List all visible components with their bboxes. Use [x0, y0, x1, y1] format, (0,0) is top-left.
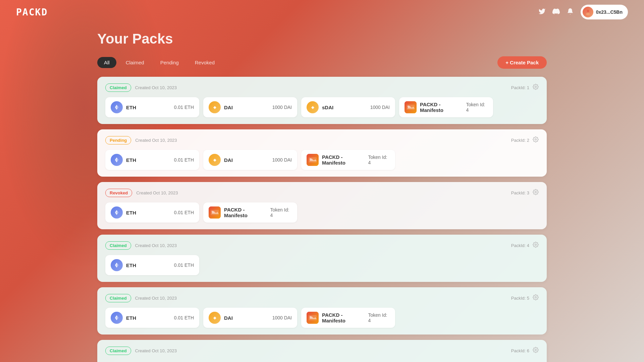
- pack-header-left: Claimed Created Oct 10, 2023: [105, 294, 177, 302]
- token-amount: 1000 DAI: [272, 105, 292, 110]
- pack-card: Claimed Created Oct 10, 2023 PackId: 5: [97, 287, 547, 335]
- token-item: ◈ sDAI 1000 DAI: [301, 97, 395, 117]
- token-name: ETH: [126, 315, 136, 321]
- token-amount: 1000 DAI: [370, 105, 390, 110]
- status-badge: Revoked: [105, 189, 132, 197]
- pack-id: PackId: 6: [511, 348, 529, 353]
- gear-icon[interactable]: [533, 347, 539, 355]
- twitter-icon[interactable]: [538, 8, 546, 17]
- pack-header-right: PackId: 1: [511, 84, 539, 92]
- svg-text:◈: ◈: [213, 316, 216, 320]
- create-pack-button[interactable]: + Create Pack: [497, 56, 547, 69]
- status-badge: Claimed: [105, 241, 131, 250]
- token-amount: 0.01 ETH: [174, 315, 194, 320]
- pack-created: Created Oct 10, 2023: [135, 348, 177, 353]
- navbar: PACKD 0x23...C5Bn: [0, 0, 644, 24]
- sdai-icon: ◈: [307, 101, 319, 113]
- pack-card: Claimed Created Oct 10, 2023 PackId: 4: [97, 235, 547, 282]
- eth-icon: [111, 154, 123, 166]
- svg-text:◈: ◈: [311, 105, 314, 109]
- pack-header: Claimed Created Oct 10, 2023 PackId: 1: [105, 83, 539, 92]
- pack-header: Claimed Created Oct 10, 2023 PackId: 5: [105, 294, 539, 302]
- pack-created: Created Oct 10, 2023: [135, 85, 177, 90]
- pack-created: Created Oct 10, 2023: [135, 243, 177, 248]
- token-item: PACKD - Manifesto Token Id: 4: [203, 202, 297, 223]
- pack-header-right: PackId: 3: [511, 189, 539, 197]
- token-item: PACKD - Manifesto Token Id: 4: [301, 308, 395, 328]
- token-item: ◈ DAI 1000 DAI: [203, 97, 297, 117]
- gear-icon[interactable]: [533, 294, 539, 302]
- svg-text:◈: ◈: [213, 158, 216, 162]
- pack-header-left: Pending Created Oct 10, 2023: [105, 136, 177, 144]
- token-name: DAI: [224, 315, 233, 321]
- token-amount: 0.01 ETH: [174, 157, 194, 163]
- token-amount: 1000 DAI: [272, 157, 292, 163]
- token-name: PACKD - Manifesto: [224, 207, 267, 218]
- pack-created: Created Oct 10, 2023: [136, 190, 178, 195]
- token-item: PACKD - Manifesto Token Id: 4: [301, 150, 395, 170]
- gear-icon[interactable]: [533, 84, 539, 92]
- pack-header-left: Claimed Created Oct 10, 2023: [105, 347, 177, 355]
- pack-header-left: Claimed Created Oct 10, 2023: [105, 83, 177, 92]
- svg-point-2: [535, 86, 537, 88]
- pack-items: ETH 0.01 ETH: [105, 255, 539, 275]
- token-name: PACKD - Manifesto: [420, 102, 463, 113]
- pack-header-right: PackId: 4: [511, 242, 539, 249]
- token-amount: 0.01 ETH: [174, 210, 194, 215]
- pack-card: Claimed Created Oct 10, 2023 PackId: 6: [97, 340, 547, 362]
- dai-icon: ◈: [209, 312, 221, 324]
- svg-point-57: [535, 349, 537, 351]
- wallet-button[interactable]: 0x23...C5Bn: [581, 5, 628, 19]
- nft-icon: [307, 312, 319, 324]
- token-name: sDAI: [322, 105, 333, 110]
- nft-icon: [307, 154, 319, 166]
- packs-container: Claimed Created Oct 10, 2023 PackId: 1: [97, 77, 547, 362]
- tab-all[interactable]: All: [97, 57, 116, 68]
- pack-items: ETH 0.01 ETH PACKD - Manifesto Token Id:…: [105, 202, 539, 223]
- pack-header-right: PackId: 6: [511, 347, 539, 355]
- gear-icon[interactable]: [533, 136, 539, 144]
- token-name: DAI: [224, 105, 233, 110]
- token-name: DAI: [224, 157, 233, 163]
- tab-pending[interactable]: Pending: [154, 57, 185, 68]
- token-item: ETH 0.01 ETH: [105, 97, 199, 117]
- eth-icon: [111, 312, 123, 324]
- status-badge: Claimed: [105, 347, 131, 355]
- token-item: ◈ DAI 1000 DAI: [203, 308, 297, 328]
- svg-point-15: [535, 139, 537, 140]
- tab-revoked[interactable]: Revoked: [188, 57, 221, 68]
- bell-icon[interactable]: [567, 8, 574, 17]
- token-amount: 1000 DAI: [272, 315, 292, 320]
- pack-id: PackId: 4: [511, 243, 529, 248]
- token-item: ◈ DAI 1000 DAI: [203, 150, 297, 170]
- svg-point-1: [586, 13, 590, 15]
- token-name: ETH: [126, 210, 136, 216]
- token-name: PACKD - Manifesto: [322, 154, 365, 166]
- token-name: PACKD - Manifesto: [322, 312, 365, 323]
- gear-icon[interactable]: [533, 189, 539, 197]
- pack-created: Created Oct 10, 2023: [135, 138, 177, 143]
- status-badge: Claimed: [105, 294, 131, 302]
- wallet-avatar: [583, 7, 593, 17]
- pack-id: PackId: 3: [511, 190, 529, 195]
- token-name: ETH: [126, 262, 136, 268]
- pack-card: Revoked Created Oct 10, 2023 PackId: 3: [97, 182, 547, 229]
- main-content: Your Packs All Claimed Pending Revoked +…: [0, 24, 644, 362]
- token-amount: 0.01 ETH: [174, 262, 194, 268]
- gear-icon[interactable]: [533, 242, 539, 249]
- svg-text:◈: ◈: [213, 105, 216, 109]
- pack-header-right: PackId: 2: [511, 136, 539, 144]
- pack-items: ETH 0.01 ETH ◈ DAI 1000 DAI ◈ sDAI 1000 …: [105, 97, 539, 117]
- svg-point-45: [535, 297, 537, 298]
- pack-id: PackId: 1: [511, 85, 529, 90]
- token-amount: Token Id: 4: [270, 207, 292, 218]
- tab-claimed[interactable]: Claimed: [119, 57, 151, 68]
- svg-point-27: [535, 191, 537, 193]
- token-name: ETH: [126, 157, 136, 163]
- wallet-address: 0x23...C5Bn: [596, 9, 623, 15]
- pack-header-left: Revoked Created Oct 10, 2023: [105, 189, 178, 197]
- discord-icon[interactable]: [552, 8, 560, 17]
- dai-icon: ◈: [209, 101, 221, 113]
- filter-bar: All Claimed Pending Revoked + Create Pac…: [97, 56, 547, 69]
- status-badge: Pending: [105, 136, 131, 144]
